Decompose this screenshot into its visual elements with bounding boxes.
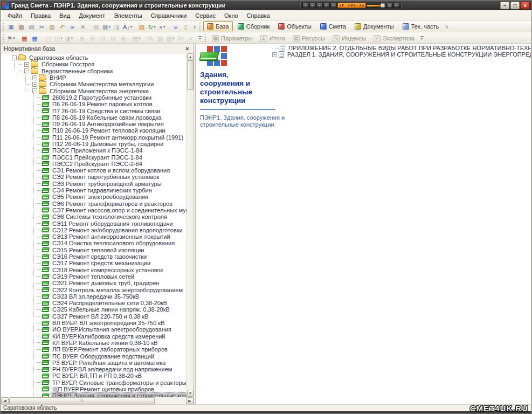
tree-item[interactable]: −Саратовская область <box>1 54 186 61</box>
toolbar-icon[interactable]: ▦ <box>30 34 39 43</box>
tree-item[interactable]: СЭ15 Ремонт тепловой изоляции <box>1 247 186 253</box>
toolbar-overflow-chevron[interactable]: ▾ <box>197 33 203 43</box>
player-control-button[interactable]: ▪ <box>302 3 308 8</box>
tree-item[interactable]: ПЭСС Приложения к ПЭСС-1-84 <box>1 147 186 154</box>
tree-item[interactable]: СЭ7 Ремонт насосов,опор и соединительных… <box>1 207 186 213</box>
nav-button-Документы[interactable]: Документы <box>351 21 398 31</box>
menu-item-Справочники[interactable]: Справочники <box>147 11 191 20</box>
menu-item-Элементы[interactable]: Элементы <box>109 11 147 20</box>
tree-item[interactable]: СЭ6 Ремонт трансформаторов и реакторов <box>1 201 186 207</box>
toolbar-icon[interactable]: ▤ <box>27 23 36 32</box>
toolbar-icon[interactable]: % <box>146 33 155 43</box>
tree-item[interactable]: ПС ВУЕР. Оборудование подстанций <box>1 353 186 359</box>
panel-close-icon[interactable]: × <box>184 45 191 52</box>
toolbar-icon[interactable]: ↶ <box>58 23 67 32</box>
toolbar-icon[interactable]: ⊞ <box>119 34 128 43</box>
menu-item-Справка[interactable]: Справка <box>243 11 274 20</box>
toolbar-icon[interactable]: ▤▾ <box>132 34 141 43</box>
tool-button-Параметры[interactable]: ▦Параметры <box>209 33 256 44</box>
toolbar-icon[interactable]: ⊟ <box>88 34 97 43</box>
tree-item[interactable]: СЭ17 Ремонт средств механизации <box>1 260 186 266</box>
menu-item-Файл[interactable]: Файл <box>3 11 26 20</box>
tree-item[interactable]: КИ ВУЕР.Калибровка средств измерений <box>1 333 186 339</box>
player-control-button[interactable]: ▪ <box>323 3 329 8</box>
tree-item[interactable]: ЛП ВУЕР.Ремонт лабораторных приборов <box>1 346 186 353</box>
tree-item[interactable]: ПЭСС1 Прейскурант ПЭСС-1-84 <box>1 154 186 160</box>
toolbar-icon[interactable]: ✕ <box>78 23 87 32</box>
player-side-button[interactable]: ▴ <box>386 3 392 8</box>
tree-item[interactable]: СЭ24 Распределительные сети 0,38-20кВ <box>1 300 186 306</box>
toolbar-icon[interactable]: ▥ <box>156 34 165 43</box>
tree-item[interactable]: РЗ ВУЕР. Релейная защита и автоматика <box>1 360 186 366</box>
horizontal-scrollbar[interactable]: ◀ ▶ <box>1 397 194 404</box>
toolbar-icon[interactable]: ▨ <box>137 23 146 32</box>
toolbar-icon[interactable]: 0× <box>176 33 185 43</box>
tool-button-Ресурсы[interactable]: ▤Ресурсы <box>289 33 328 44</box>
toolbar-overflow-chevron[interactable]: ▾ <box>419 33 425 43</box>
tree-item[interactable]: +Сборники Министерства металлургии <box>1 81 186 87</box>
toolbar-icon[interactable]: ◳▾ <box>54 34 63 43</box>
tool-button-Итоги[interactable]: ΣИтоги <box>257 33 288 44</box>
nav-button-База[interactable]: База <box>203 21 232 31</box>
toolbar-icon[interactable]: ⊠ <box>108 34 118 43</box>
player-control-button[interactable]: ▪ <box>330 3 336 8</box>
toolbar-icon[interactable]: ◰ <box>44 34 53 43</box>
tree-item[interactable]: СЭ2 Ремонт паротурбинных установок <box>1 174 186 180</box>
expand-toggle-icon[interactable]: + <box>24 62 29 67</box>
tree-item[interactable]: ЩП ВУЕР.Ремонт щитовых приборов <box>1 386 186 392</box>
tree-item[interactable]: СЭ12 Ремонт эн/оборудования водоподготов… <box>1 227 186 233</box>
toolbar-icon[interactable]: ∞ <box>68 22 77 31</box>
tree-item[interactable]: −Ведомственные сборники <box>1 68 186 74</box>
menu-item-Документ[interactable]: Документ <box>74 11 109 20</box>
tree-item[interactable]: СЭ19 Ремонт тепловых сетей <box>1 273 186 280</box>
tree-item[interactable]: ПЭСС2 Прейскурант ПЭСС-2-84 <box>1 161 186 167</box>
toolbar-icon[interactable]: ▯ <box>181 23 190 32</box>
toolbar-icon[interactable]: ▧▾ <box>166 34 175 43</box>
vertical-scrollbar[interactable]: ▲ ▼ <box>186 53 194 397</box>
tree-item[interactable]: П6 26-06-19 Ремонт паровых котлов <box>1 101 186 107</box>
nav-button-Сборник[interactable]: Сборник <box>234 21 274 31</box>
document-tree-item[interactable]: ПРИЛОЖЕНИЕ 2. ОТДЕЛЬНЫЕ ВИДЫ РАБОТ ПРИ Р… <box>272 45 531 51</box>
tree-item[interactable]: РС ВУЕР. ВЛ,ТП и РП 0,38-20 кВ <box>1 372 186 379</box>
hscroll-thumb[interactable] <box>9 397 155 404</box>
tree-item[interactable]: П12 26-06-19 Дымовые трубы, градирни <box>1 141 186 147</box>
tree-item[interactable]: −Сборники Министерства энергетики <box>1 87 186 94</box>
toolbar-icon[interactable]: ≡ <box>171 22 180 31</box>
tree-item[interactable]: СЭ16 Ремонт средств газоочистки <box>1 253 186 260</box>
tree-item[interactable]: СЭ18 Ремонт компрессорных установок <box>1 267 186 273</box>
tree-item[interactable]: СЭ1 Ремонт котлов и вспом.оборудования <box>1 167 186 174</box>
expand-toggle-icon[interactable]: + <box>272 52 277 57</box>
toolbar-grip[interactable] <box>3 23 5 31</box>
toolbar-icon[interactable]: ▥ <box>47 23 57 32</box>
toolbar-icon[interactable]: ▣ <box>6 23 16 32</box>
toolbar-grip[interactable] <box>205 34 207 42</box>
toolbar-icon[interactable]: ✓ <box>186 34 196 43</box>
tree-item[interactable]: +Сборники Госстроя <box>1 61 186 67</box>
tree-item[interactable]: СЭ4 Ремонт гидравлических турбин <box>1 187 186 194</box>
scroll-right-button[interactable]: ▶ <box>186 397 194 404</box>
tree-item[interactable]: П10 26-06-19 Ремонт тепловой изоляции <box>1 127 186 134</box>
nav-button-Объекты[interactable]: Объекты <box>274 21 315 31</box>
tree-item[interactable]: +ВНИР <box>1 74 186 81</box>
tree-item[interactable]: СЭ8 Системы технологического контроля <box>1 213 186 220</box>
tree-item[interactable]: СЭ5 Ремонт электрооборудования <box>1 194 186 200</box>
toolbar-icon[interactable]: ▦ <box>20 34 29 43</box>
nav-button-Тех. часть[interactable]: Тех. часть <box>399 21 443 31</box>
player-control-button[interactable]: ▪ <box>316 3 322 8</box>
minimize-button[interactable]: – <box>500 2 509 9</box>
tree-item[interactable]: П8 26-06-19 Кабельные связи,проводка <box>1 114 186 121</box>
vscroll-thumb[interactable] <box>187 60 194 90</box>
toolbar-icon[interactable]: А↓▾ <box>122 22 133 31</box>
toolbar-icon[interactable]: ◨ <box>112 23 121 32</box>
tree-item[interactable]: СЭ14 Очистка теплосилового оборудования <box>1 240 186 246</box>
toolbar-icon[interactable]: ◨▾ <box>64 34 73 43</box>
tree-item[interactable]: ИО ВУЕР.Испытания электрооборудования <box>1 326 186 333</box>
close-button[interactable]: × <box>521 2 530 9</box>
toolbar-grip[interactable] <box>3 34 5 42</box>
tree-item[interactable]: СЭ21 Ремонт дымовых труб, градирен <box>1 280 186 286</box>
toolbar-grip[interactable] <box>199 23 202 31</box>
scroll-up-button[interactable]: ▲ <box>187 53 194 60</box>
toolbar-icon[interactable]: ⊡ <box>98 34 107 43</box>
tree-item[interactable]: П9 26-06-19 Антикоррозийные покрытия <box>1 121 186 127</box>
toolbar-icon[interactable]: ▦ <box>92 23 101 32</box>
